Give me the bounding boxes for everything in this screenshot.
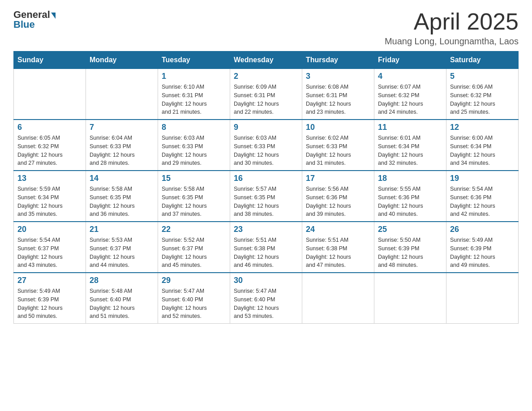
weekday-header-thursday: Thursday: [302, 51, 374, 69]
calendar-cell: 23Sunrise: 5:51 AM Sunset: 6:38 PM Dayli…: [230, 222, 302, 273]
day-number: 29: [162, 276, 226, 285]
logo-arrow-icon: [51, 13, 56, 19]
calendar-cell: 10Sunrise: 6:02 AM Sunset: 6:33 PM Dayli…: [302, 120, 374, 171]
day-info: Sunrise: 5:49 AM Sunset: 6:39 PM Dayligh…: [17, 287, 82, 321]
logo-blue-text: Blue: [13, 19, 35, 30]
day-info: Sunrise: 5:54 AM Sunset: 6:36 PM Dayligh…: [450, 185, 515, 218]
day-info: Sunrise: 6:08 AM Sunset: 6:31 PM Dayligh…: [306, 83, 370, 116]
calendar-cell: 28Sunrise: 5:48 AM Sunset: 6:40 PM Dayli…: [86, 273, 158, 324]
day-info: Sunrise: 5:53 AM Sunset: 6:37 PM Dayligh…: [90, 236, 154, 270]
day-number: 10: [306, 123, 370, 132]
calendar-header: SundayMondayTuesdayWednesdayThursdayFrid…: [14, 51, 519, 69]
day-info: Sunrise: 6:06 AM Sunset: 6:32 PM Dayligh…: [450, 83, 515, 116]
calendar-cell: 17Sunrise: 5:56 AM Sunset: 6:36 PM Dayli…: [302, 171, 374, 222]
day-number: 22: [162, 225, 226, 234]
calendar-table: SundayMondayTuesdayWednesdayThursdayFrid…: [13, 51, 519, 324]
logo: General Blue: [13, 9, 56, 30]
weekday-header-row: SundayMondayTuesdayWednesdayThursdayFrid…: [14, 51, 519, 69]
calendar-body: 1Sunrise: 6:10 AM Sunset: 6:31 PM Daylig…: [14, 69, 519, 324]
calendar-cell: 7Sunrise: 6:04 AM Sunset: 6:33 PM Daylig…: [86, 120, 158, 171]
day-number: 15: [162, 174, 226, 183]
calendar-cell: 4Sunrise: 6:07 AM Sunset: 6:32 PM Daylig…: [374, 69, 446, 120]
day-info: Sunrise: 6:05 AM Sunset: 6:32 PM Dayligh…: [17, 134, 82, 167]
day-number: 30: [234, 276, 298, 285]
day-info: Sunrise: 6:01 AM Sunset: 6:34 PM Dayligh…: [378, 134, 442, 167]
title-block: April 2025 Muang Long, Loungnamtha, Laos: [385, 9, 519, 47]
weekday-header-wednesday: Wednesday: [230, 51, 302, 69]
day-info: Sunrise: 6:10 AM Sunset: 6:31 PM Dayligh…: [162, 83, 226, 116]
calendar-week-1: 1Sunrise: 6:10 AM Sunset: 6:31 PM Daylig…: [14, 69, 519, 120]
calendar-cell: 22Sunrise: 5:52 AM Sunset: 6:37 PM Dayli…: [158, 222, 230, 273]
day-info: Sunrise: 5:59 AM Sunset: 6:34 PM Dayligh…: [17, 185, 82, 218]
day-info: Sunrise: 5:57 AM Sunset: 6:35 PM Dayligh…: [234, 185, 298, 218]
day-info: Sunrise: 5:48 AM Sunset: 6:40 PM Dayligh…: [90, 287, 154, 321]
day-info: Sunrise: 6:03 AM Sunset: 6:33 PM Dayligh…: [162, 134, 226, 167]
day-info: Sunrise: 5:47 AM Sunset: 6:40 PM Dayligh…: [162, 287, 226, 321]
day-number: 2: [234, 72, 298, 81]
weekday-header-tuesday: Tuesday: [158, 51, 230, 69]
day-number: 6: [17, 123, 82, 132]
calendar-cell: [86, 69, 158, 120]
day-number: 26: [450, 225, 515, 234]
calendar-cell: 19Sunrise: 5:54 AM Sunset: 6:36 PM Dayli…: [446, 171, 519, 222]
day-info: Sunrise: 6:09 AM Sunset: 6:31 PM Dayligh…: [234, 83, 298, 116]
calendar-cell: 25Sunrise: 5:50 AM Sunset: 6:39 PM Dayli…: [374, 222, 446, 273]
calendar-cell: [446, 273, 519, 324]
month-title: April 2025: [385, 9, 519, 34]
calendar-cell: 13Sunrise: 5:59 AM Sunset: 6:34 PM Dayli…: [14, 171, 86, 222]
day-info: Sunrise: 6:03 AM Sunset: 6:33 PM Dayligh…: [234, 134, 298, 167]
day-info: Sunrise: 6:07 AM Sunset: 6:32 PM Dayligh…: [378, 83, 442, 116]
day-number: 27: [17, 276, 82, 285]
day-number: 7: [90, 123, 154, 132]
day-number: 14: [90, 174, 154, 183]
calendar-week-4: 20Sunrise: 5:54 AM Sunset: 6:37 PM Dayli…: [14, 222, 519, 273]
day-info: Sunrise: 5:51 AM Sunset: 6:38 PM Dayligh…: [306, 236, 370, 270]
day-number: 12: [450, 123, 515, 132]
day-info: Sunrise: 5:47 AM Sunset: 6:40 PM Dayligh…: [234, 287, 298, 321]
day-number: 16: [234, 174, 298, 183]
day-info: Sunrise: 5:51 AM Sunset: 6:38 PM Dayligh…: [234, 236, 298, 270]
day-info: Sunrise: 6:04 AM Sunset: 6:33 PM Dayligh…: [90, 134, 154, 167]
calendar-cell: 30Sunrise: 5:47 AM Sunset: 6:40 PM Dayli…: [230, 273, 302, 324]
day-number: 24: [306, 225, 370, 234]
calendar-cell: [14, 69, 86, 120]
calendar-cell: 5Sunrise: 6:06 AM Sunset: 6:32 PM Daylig…: [446, 69, 519, 120]
day-number: 5: [450, 72, 515, 81]
day-number: 9: [234, 123, 298, 132]
day-number: 4: [378, 72, 442, 81]
calendar-cell: 27Sunrise: 5:49 AM Sunset: 6:39 PM Dayli…: [14, 273, 86, 324]
location-title: Muang Long, Loungnamtha, Laos: [385, 36, 519, 47]
day-info: Sunrise: 5:55 AM Sunset: 6:36 PM Dayligh…: [378, 185, 442, 218]
day-info: Sunrise: 5:52 AM Sunset: 6:37 PM Dayligh…: [162, 236, 226, 270]
day-info: Sunrise: 5:58 AM Sunset: 6:35 PM Dayligh…: [162, 185, 226, 218]
day-info: Sunrise: 5:54 AM Sunset: 6:37 PM Dayligh…: [17, 236, 82, 270]
calendar-cell: 29Sunrise: 5:47 AM Sunset: 6:40 PM Dayli…: [158, 273, 230, 324]
day-info: Sunrise: 5:49 AM Sunset: 6:39 PM Dayligh…: [450, 236, 515, 270]
day-number: 11: [378, 123, 442, 132]
calendar-week-2: 6Sunrise: 6:05 AM Sunset: 6:32 PM Daylig…: [14, 120, 519, 171]
day-number: 20: [17, 225, 82, 234]
day-info: Sunrise: 5:58 AM Sunset: 6:35 PM Dayligh…: [90, 185, 154, 218]
calendar-cell: 9Sunrise: 6:03 AM Sunset: 6:33 PM Daylig…: [230, 120, 302, 171]
day-number: 1: [162, 72, 226, 81]
weekday-header-friday: Friday: [374, 51, 446, 69]
calendar-cell: 2Sunrise: 6:09 AM Sunset: 6:31 PM Daylig…: [230, 69, 302, 120]
calendar-cell: 21Sunrise: 5:53 AM Sunset: 6:37 PM Dayli…: [86, 222, 158, 273]
calendar-cell: 1Sunrise: 6:10 AM Sunset: 6:31 PM Daylig…: [158, 69, 230, 120]
calendar-cell: [374, 273, 446, 324]
page-header: General Blue April 2025 Muang Long, Loun…: [13, 9, 519, 47]
calendar-cell: 26Sunrise: 5:49 AM Sunset: 6:39 PM Dayli…: [446, 222, 519, 273]
day-number: 25: [378, 225, 442, 234]
weekday-header-sunday: Sunday: [14, 51, 86, 69]
day-number: 8: [162, 123, 226, 132]
calendar-cell: 14Sunrise: 5:58 AM Sunset: 6:35 PM Dayli…: [86, 171, 158, 222]
day-info: Sunrise: 6:02 AM Sunset: 6:33 PM Dayligh…: [306, 134, 370, 167]
calendar-week-3: 13Sunrise: 5:59 AM Sunset: 6:34 PM Dayli…: [14, 171, 519, 222]
day-number: 23: [234, 225, 298, 234]
weekday-header-saturday: Saturday: [446, 51, 519, 69]
weekday-header-monday: Monday: [86, 51, 158, 69]
day-number: 18: [378, 174, 442, 183]
day-number: 17: [306, 174, 370, 183]
day-number: 13: [17, 174, 82, 183]
calendar-week-5: 27Sunrise: 5:49 AM Sunset: 6:39 PM Dayli…: [14, 273, 519, 324]
